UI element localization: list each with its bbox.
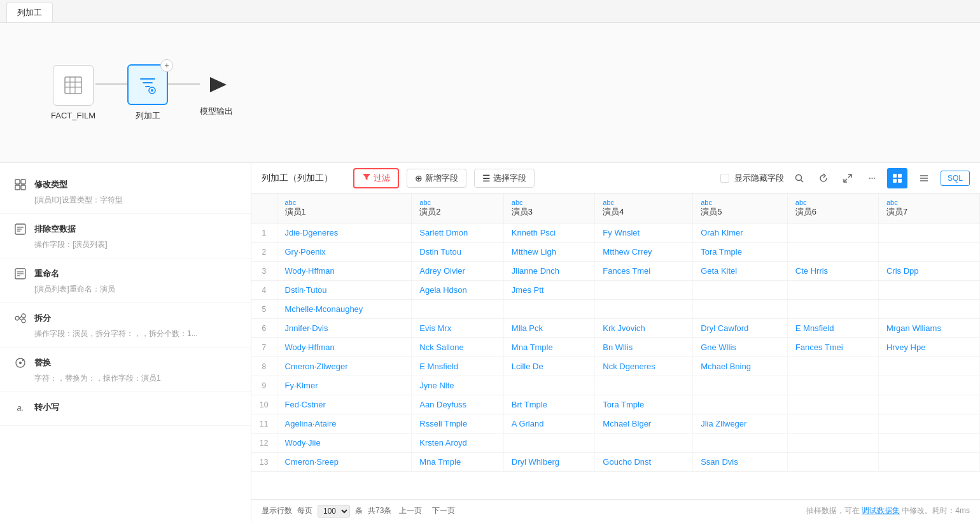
show-hidden-checkbox-label[interactable]: 显示隐藏字段 (720, 173, 784, 184)
more-icon-btn[interactable]: ··· (863, 169, 881, 187)
per-page-unit: 条 (355, 505, 363, 516)
cell-row13-col5: Ssan Dvis (693, 453, 788, 472)
cell-row8-col6 (787, 357, 878, 376)
cell-row4-col6 (787, 281, 878, 300)
step-name-lowercase: 转小写 (34, 402, 59, 413)
step-desc-rename: [演员列表]重命名：演员 (13, 284, 238, 295)
step-item-exclude-null[interactable]: 排除空数据 操作字段：[演员列表] (0, 214, 251, 258)
cell-row7-col5: Gne Wllis (693, 338, 788, 357)
node-label-fact-film: FACT_FILM (51, 111, 95, 120)
row-number: 3 (251, 262, 277, 281)
cell-row7-col4: Bn Wllis (595, 338, 693, 357)
cell-row8-col5: Mchael Bning (693, 357, 788, 376)
cell-row6-col2: Evis Mrx (412, 319, 504, 338)
col-header-actor3[interactable]: abc 演员3 (503, 194, 594, 223)
col-header-actor6[interactable]: abc 演员6 (787, 194, 878, 223)
filter-button[interactable]: 过滤 (353, 168, 399, 188)
step-item-split[interactable]: 拆分 操作字段：演员，拆分字符：，，拆分个数：1... (0, 303, 251, 348)
pipeline-node-model-output[interactable]: 模型输出 (200, 69, 233, 117)
cell-row5-col1: Mchelle·Mconaughey (277, 300, 412, 319)
select-field-button[interactable]: ☰ 选择字段 (474, 169, 535, 188)
cell-row11-col5: Jlia Zllweger (693, 414, 788, 434)
cell-row2-col3: Mtthew Ligh (503, 243, 594, 262)
cell-row2-col2: Dstin Tutou (412, 243, 504, 262)
total-count: 共73条 (368, 505, 391, 516)
debug-link[interactable]: 调试数据集 (862, 506, 900, 515)
prev-page-button[interactable]: 上一页 (396, 505, 424, 516)
table-row: 1Jdie·DgeneresSarlett DmonKnneth PsciFy … (251, 223, 980, 243)
rename-icon (13, 266, 28, 281)
cell-row4-col2: Agela Hdson (412, 281, 504, 300)
cell-row13-col2: Mna Tmple (412, 453, 504, 472)
filter-label: 过滤 (374, 173, 390, 184)
cell-row4-col4 (595, 281, 693, 300)
cell-row6-col7: Mrgan Wlliams (878, 319, 979, 338)
step-item-modify-type[interactable]: 修改类型 [演员ID]设置类型：字符型 (0, 169, 251, 214)
show-hidden-checkbox[interactable] (720, 174, 729, 183)
top-tab-bar: 列加工 (0, 0, 980, 23)
col-type-actor1: abc (285, 199, 404, 206)
svg-rect-37 (898, 174, 902, 178)
svg-marker-11 (210, 77, 227, 92)
table-row: 10Fed·CstnerAan DeyfussBrt TmpleTora Tmp… (251, 395, 980, 414)
cell-row12-col6 (787, 434, 878, 453)
col-header-actor2[interactable]: abc 演员2 (412, 194, 504, 223)
svg-point-6 (151, 89, 153, 92)
col-header-actor4[interactable]: abc 演员4 (595, 194, 693, 223)
cell-row13-col6 (787, 453, 878, 472)
cell-row9-col2: Jyne Nlte (412, 376, 504, 395)
cell-row1-col1: Jdie·Dgeneres (277, 223, 412, 243)
per-page-select[interactable]: 100 50 200 (318, 505, 350, 518)
cell-row3-col3: Jlianne Dnch (503, 262, 594, 281)
col-header-actor7[interactable]: abc 演员7 (878, 194, 979, 223)
cell-row6-col3: Mlla Pck (503, 319, 594, 338)
toolbar: 列加工（列加工） 过滤 ⊕ 新增字段 ☰ 选择字段 (251, 163, 980, 194)
sql-button[interactable]: SQL (941, 171, 970, 186)
table-row: 11Agelina·AtaireRssell TmpleA GrlandMcha… (251, 414, 980, 434)
node-label-model-output: 模型输出 (200, 106, 233, 117)
step-name-replace: 替换 (34, 357, 51, 369)
cell-row5-col4 (595, 300, 693, 319)
step-item-lowercase[interactable]: a. 转小写 (0, 392, 251, 426)
tab-liejiagong[interactable]: 列加工 (6, 3, 53, 22)
grid-view-btn[interactable] (887, 168, 907, 188)
svg-rect-15 (21, 185, 25, 190)
cell-row2-col7 (878, 243, 979, 262)
pipeline-node-col-process[interactable]: + 列加工 (127, 64, 168, 122)
col-type-actor7: abc (886, 199, 972, 206)
step-list: 修改类型 [演员ID]设置类型：字符型 排除空数据 (0, 163, 251, 432)
refresh-icon-btn[interactable] (815, 169, 832, 187)
add-step-button[interactable]: + (160, 59, 173, 72)
cell-row11-col6 (787, 414, 878, 434)
cell-row8-col4: Nck Dgeneres (595, 357, 693, 376)
pipeline-node-fact-film[interactable]: FACT_FILM (51, 65, 95, 120)
step-item-rename[interactable]: 重命名 [演员列表]重命名：演员 (0, 258, 251, 303)
toolbar-title: 列加工（列加工） (262, 173, 333, 184)
exclude-null-icon (13, 222, 28, 237)
add-field-button[interactable]: ⊕ 新增字段 (407, 169, 466, 188)
cell-row10-col4: Tora Tmple (595, 395, 693, 414)
cell-row7-col7: Hrvey Hpe (878, 338, 979, 357)
table-row: 7Wody·HffmanNck SalloneMna TmpleBn Wllis… (251, 338, 980, 357)
cell-row9-col6 (787, 376, 878, 395)
col-header-actor1[interactable]: abc 演员1 (277, 194, 412, 223)
row-number: 1 (251, 223, 277, 243)
row-number: 11 (251, 414, 277, 434)
cell-row9-col4 (595, 376, 693, 395)
table-row: 3Wody·HffmanAdrey OivierJlianne DnchFanc… (251, 262, 980, 281)
list-view-btn[interactable] (914, 168, 934, 188)
step-name-rename: 重命名 (34, 268, 59, 279)
svg-point-25 (22, 314, 25, 318)
per-page-label: 每页 (297, 505, 312, 516)
node-box-model-output (200, 69, 232, 101)
step-item-replace[interactable]: 替换 字符：，替换为：，操作字段：演员1 (0, 348, 251, 392)
col-name-actor3: 演员3 (512, 207, 533, 216)
cell-row1-col4: Fy Wnslet (595, 223, 693, 243)
show-rows-label: 显示行数 (262, 505, 292, 516)
search-icon-btn[interactable] (790, 169, 808, 187)
cell-row5-col5 (693, 300, 788, 319)
next-page-button[interactable]: 下一页 (430, 505, 458, 516)
col-header-actor5[interactable]: abc 演员5 (693, 194, 788, 223)
expand-icon-btn[interactable] (839, 169, 857, 187)
cell-row1-col7 (878, 223, 979, 243)
